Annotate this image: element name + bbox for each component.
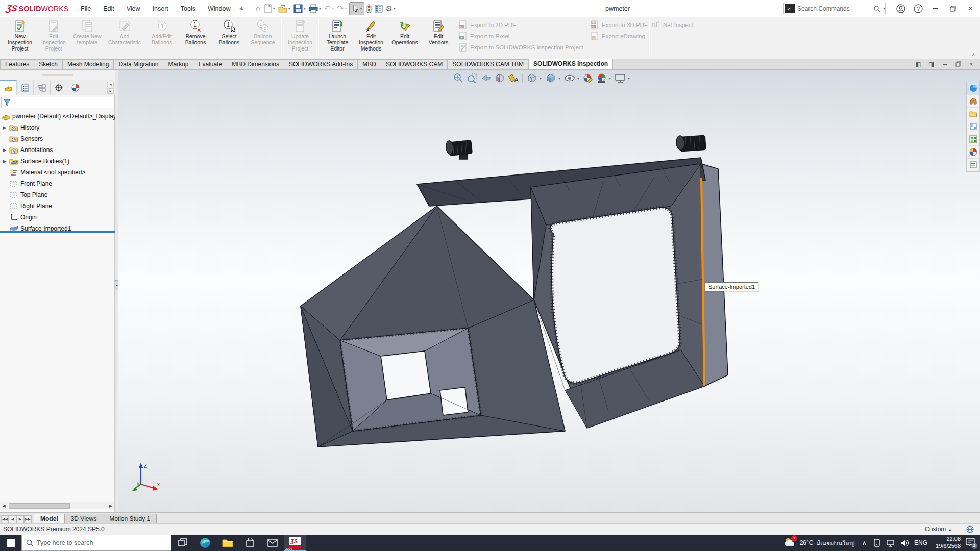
- tab-sketch[interactable]: Sketch: [34, 59, 63, 69]
- tab-solidworks-inspection[interactable]: SOLIDWORKS Inspection: [528, 59, 613, 69]
- tab-solidworks-cam-tbm[interactable]: SOLIDWORKS CAM TBM: [447, 59, 529, 69]
- undo-button[interactable]: ↶▾: [323, 2, 335, 15]
- previous-view-button[interactable]: [481, 73, 491, 83]
- zoom-fit-button[interactable]: [453, 73, 463, 83]
- display-style-button[interactable]: ▾: [545, 73, 560, 83]
- menu-tools[interactable]: Tools: [176, 3, 201, 14]
- ribbon-collapse-button[interactable]: ˄: [972, 52, 975, 58]
- command-search[interactable]: >_ Search Commands ▾: [783, 3, 886, 14]
- view-settings-button[interactable]: ▾: [615, 73, 630, 83]
- menu-edit[interactable]: Edit: [98, 3, 119, 14]
- tree-item-origin[interactable]: Origin: [0, 212, 115, 223]
- remove-balloons-button[interactable]: 1× Remove Balloons: [179, 18, 212, 47]
- redo-button[interactable]: ↷▾: [336, 2, 348, 15]
- last-tab-icon[interactable]: ▶▶: [24, 515, 32, 523]
- doc-restore-button[interactable]: [953, 60, 963, 68]
- graphics-viewport[interactable]: A ▾ ▾ ▾ ▾ ▾ Surface-Imported1 Z x y: [118, 70, 980, 512]
- tab-data-migration[interactable]: Data Migration: [113, 59, 163, 69]
- pin-menu-icon[interactable]: ➤: [237, 4, 246, 13]
- resources-tab[interactable]: [967, 82, 979, 95]
- network-icon[interactable]: [887, 539, 895, 547]
- 3d-views-tab[interactable]: 3D Views: [64, 514, 103, 523]
- expand-arrow-icon[interactable]: ▶: [0, 125, 9, 130]
- view-orientation-button[interactable]: ▾: [526, 73, 542, 83]
- tag-globe-icon[interactable]: [966, 525, 974, 533]
- language-indicator[interactable]: ENG: [914, 539, 927, 546]
- volume-icon[interactable]: [901, 539, 910, 547]
- file-explorer-app-icon[interactable]: [216, 535, 239, 551]
- start-button[interactable]: [0, 535, 21, 551]
- save-button[interactable]: ▾: [292, 2, 307, 15]
- hide-show-items-button[interactable]: ▾: [564, 73, 579, 83]
- new-document-button[interactable]: ▾: [263, 2, 276, 15]
- window-close-button[interactable]: ×: [963, 0, 978, 17]
- next-tab-icon[interactable]: ▶: [16, 515, 24, 523]
- unit-system-selector[interactable]: Custom▴: [925, 525, 951, 533]
- panel-tab-scroll-right[interactable]: ▸: [107, 88, 114, 94]
- tree-item-history[interactable]: ▶ History: [0, 122, 115, 133]
- tree-item-material[interactable]: Material <not specified>: [0, 167, 115, 178]
- tree-root[interactable]: pwmeter (Default) <<Default>_Display: [0, 111, 115, 122]
- expand-arrow-icon[interactable]: ▶: [0, 159, 9, 164]
- show-hidden-icons[interactable]: ∧: [862, 539, 867, 547]
- apply-scene-button[interactable]: ▾: [597, 73, 611, 83]
- pane-left-icon[interactable]: ◧: [914, 60, 923, 68]
- home-button[interactable]: ⌂: [254, 2, 261, 15]
- task-view-button[interactable]: [172, 535, 194, 551]
- weather-caption[interactable]: มีเมฆส่วนใหญ่: [816, 538, 854, 548]
- window-restore-button[interactable]: [945, 0, 961, 17]
- account-button[interactable]: [893, 0, 909, 17]
- file-properties-button[interactable]: [374, 2, 384, 15]
- dimxpert-manager-tab[interactable]: [51, 80, 67, 95]
- weather-icon[interactable]: 1: [783, 537, 796, 549]
- options-button[interactable]: ⚙▾: [385, 2, 397, 15]
- tab-mbd[interactable]: MBD: [357, 59, 381, 69]
- menu-view[interactable]: View: [121, 3, 145, 14]
- doc-close-button[interactable]: ×: [967, 60, 976, 68]
- model-tab[interactable]: Model: [34, 514, 65, 523]
- phone-link-icon[interactable]: [873, 539, 881, 547]
- tree-item-sensors[interactable]: Sensors: [0, 133, 115, 144]
- appearances-tab[interactable]: [967, 133, 979, 146]
- open-document-button[interactable]: ▾: [277, 2, 291, 15]
- panel-collapse-handle[interactable]: ◂: [115, 280, 118, 290]
- print-button[interactable]: ▾: [308, 2, 322, 15]
- featuremanager-tree-tab[interactable]: [0, 80, 17, 95]
- design-library-tab[interactable]: [967, 95, 979, 108]
- search-caret[interactable]: ▾: [883, 6, 885, 11]
- tab-mbd-dimensions[interactable]: MBD Dimensions: [227, 59, 284, 69]
- tree-item-front-plane[interactable]: Front Plane: [0, 178, 115, 189]
- zoom-area-button[interactable]: [467, 73, 477, 83]
- property-manager-tab[interactable]: [17, 80, 34, 95]
- store-app-icon[interactable]: [239, 535, 261, 551]
- inspection-pane-tab[interactable]: [967, 159, 979, 171]
- tree-item-surface-bodies[interactable]: ▶ Surface Bodies(1): [0, 156, 115, 167]
- menu-file[interactable]: File: [76, 3, 96, 14]
- edit-operations-button[interactable]: ↻ Edit Operations: [388, 18, 422, 47]
- action-center-button[interactable]: 2: [966, 538, 975, 548]
- new-inspection-project-button[interactable]: New Inspection Project: [3, 18, 37, 53]
- edit-appearance-button[interactable]: [583, 73, 593, 83]
- clock[interactable]: 22:08 19/6/2568: [936, 536, 961, 550]
- file-explorer-tab[interactable]: [967, 108, 979, 120]
- tree-item-right-plane[interactable]: Right Plane: [0, 201, 115, 212]
- edge-app-icon[interactable]: [194, 535, 216, 551]
- tree-filter-input[interactable]: [1, 97, 113, 108]
- panel-splitter[interactable]: [115, 70, 118, 512]
- help-button[interactable]: ?: [911, 0, 926, 17]
- rebuild-button[interactable]: [365, 2, 373, 15]
- menu-window[interactable]: Window: [203, 3, 235, 14]
- hide-show-annotations-button[interactable]: A: [508, 73, 519, 83]
- pane-right-icon[interactable]: ◨: [927, 60, 936, 68]
- tab-solidworks-cam[interactable]: SOLIDWORKS CAM: [381, 59, 448, 69]
- weather-temp[interactable]: 26°C: [800, 539, 814, 546]
- view-palette-tab[interactable]: [967, 120, 979, 133]
- menu-insert[interactable]: Insert: [148, 3, 174, 14]
- prev-tab-icon[interactable]: ◀: [9, 515, 16, 523]
- panel-tab-scroll-left[interactable]: ◂: [107, 82, 114, 87]
- expand-arrow-icon[interactable]: ▶: [0, 147, 9, 153]
- tab-markup[interactable]: Markup: [163, 59, 193, 69]
- first-tab-icon[interactable]: ◀◀: [1, 515, 9, 523]
- window-minimize-button[interactable]: [928, 0, 943, 17]
- edit-vendors-button[interactable]: Edit Vendors: [422, 18, 455, 47]
